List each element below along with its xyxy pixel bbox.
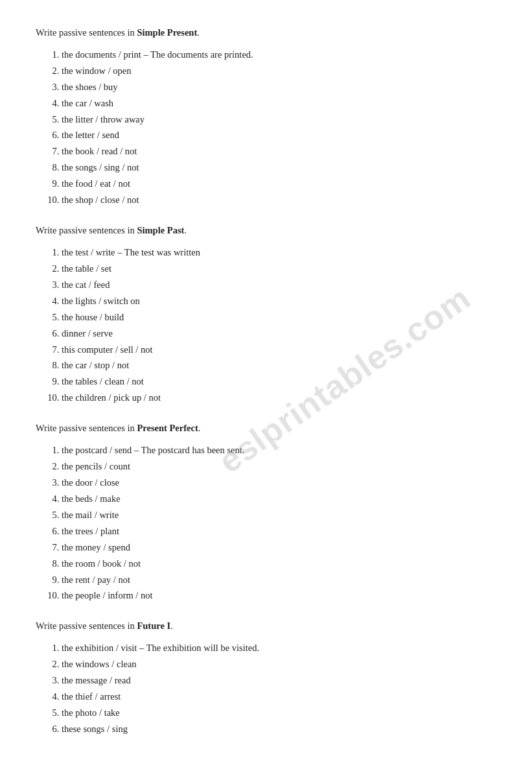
list-item: the car / stop / not: [62, 357, 496, 373]
instruction-tense: Present Perfect: [137, 423, 198, 433]
list-item: this computer / sell / not: [62, 342, 496, 358]
instruction-tense: Future I: [137, 621, 170, 631]
list-item: the beds / make: [62, 491, 496, 507]
exercise-list-present-perfect: the postcard / send – The postcard has b…: [55, 442, 496, 604]
list-item: the letter / send: [62, 127, 496, 143]
list-item: the documents / print – The documents ar…: [62, 47, 496, 63]
list-item: the window / open: [62, 63, 496, 79]
list-item: the windows / clean: [62, 656, 496, 672]
section-present-perfect: Write passive sentences in Present Perfe…: [36, 421, 496, 604]
exercise-list-simple-present: the documents / print – The documents ar…: [55, 47, 496, 208]
list-item: the shoes / buy: [62, 79, 496, 95]
list-item: the tables / clean / not: [62, 373, 496, 390]
list-item: the trees / plant: [62, 523, 496, 539]
section-simple-past: Write passive sentences in Simple Past.t…: [36, 224, 496, 406]
list-item: the people / inform / not: [62, 587, 496, 604]
list-item: the book / read / not: [62, 143, 496, 160]
list-item: the children / pick up / not: [62, 390, 496, 406]
instruction-suffix: .: [184, 225, 187, 235]
instruction-prefix: Write passive sentences in: [36, 621, 137, 631]
list-item: the shop / close / not: [62, 192, 496, 208]
section-future-1: Write passive sentences in Future I.the …: [36, 619, 496, 737]
list-item: dinner / serve: [62, 326, 496, 342]
list-item: the house / build: [62, 309, 496, 326]
list-item: the door / close: [62, 475, 496, 491]
instruction-tense: Simple Past: [137, 225, 184, 235]
list-item: the cat / feed: [62, 277, 496, 293]
list-item: the car / wash: [62, 95, 496, 112]
list-item: the food / eat / not: [62, 176, 496, 192]
list-item: the pencils / count: [62, 458, 496, 475]
list-item: the table / set: [62, 261, 496, 277]
section-simple-present: Write passive sentences in Simple Presen…: [36, 26, 496, 208]
list-item: the rent / pay / not: [62, 572, 496, 588]
list-item: the message / read: [62, 672, 496, 689]
list-item: the test / write – The test was written: [62, 244, 496, 261]
instruction-prefix: Write passive sentences in: [36, 27, 137, 38]
list-item: the thief / arrest: [62, 689, 496, 705]
list-item: these songs / sing: [62, 721, 496, 737]
instruction-prefix: Write passive sentences in: [36, 423, 137, 433]
instruction-future-1: Write passive sentences in Future I.: [36, 619, 496, 634]
exercise-list-simple-past: the test / write – The test was writtent…: [55, 244, 496, 406]
list-item: the songs / sing / not: [62, 160, 496, 176]
instruction-suffix: .: [170, 621, 173, 631]
instruction-simple-present: Write passive sentences in Simple Presen…: [36, 26, 496, 40]
list-item: the exhibition / visit – The exhibition …: [62, 640, 496, 656]
instruction-simple-past: Write passive sentences in Simple Past.: [36, 224, 496, 238]
instruction-prefix: Write passive sentences in: [36, 225, 137, 235]
instruction-suffix: .: [198, 423, 201, 433]
list-item: the money / spend: [62, 539, 496, 556]
exercise-list-future-1: the exhibition / visit – The exhibition …: [55, 640, 496, 737]
list-item: the mail / write: [62, 507, 496, 523]
list-item: the postcard / send – The postcard has b…: [62, 442, 496, 458]
list-item: the litter / throw away: [62, 112, 496, 128]
instruction-present-perfect: Write passive sentences in Present Perfe…: [36, 421, 496, 436]
list-item: the photo / take: [62, 705, 496, 721]
instruction-suffix: .: [197, 27, 200, 38]
list-item: the room / book / not: [62, 556, 496, 572]
list-item: the lights / switch on: [62, 293, 496, 309]
instruction-tense: Simple Present: [137, 27, 197, 38]
